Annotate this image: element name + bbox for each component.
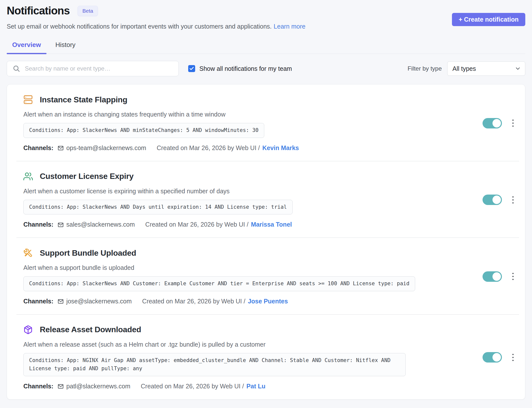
notification-title: Support Bundle Uploaded [40,248,136,258]
tab-history[interactable]: History [50,39,81,54]
mail-icon [57,222,64,228]
notification-title: Release Asset Downloaded [40,325,141,334]
channels-label: Channels: [23,144,53,152]
created-by-link[interactable]: Kevin Marks [262,144,299,152]
created-by-link[interactable]: Marissa Tonel [251,221,292,228]
package-icon [23,325,33,334]
beta-badge: Beta [78,6,98,16]
server-icon [23,95,33,104]
channel-email: ops-team@slackernews.com [66,144,146,152]
page-description: Set up email or webhook notifications fo… [7,23,525,30]
create-notification-button[interactable]: + Create notification [452,13,525,26]
notification-enabled-toggle[interactable] [483,118,502,128]
channels-label: Channels: [23,298,53,305]
notification-description: Alert when a support bundle is uploaded [23,264,475,271]
notification-channels: Channels: ops-team@slackernews.com Creat… [23,144,475,152]
search-input[interactable] [7,61,179,76]
channel-email: jose@slackernews.com [66,298,132,305]
notification-enabled-toggle[interactable] [483,271,502,282]
created-text: Created on Mar 26, 2026 by Web UI / [145,221,248,228]
notification-channels: Channels: patl@slackernews.com Created o… [23,383,475,390]
notification-description: Alert when a customer license is expirin… [23,188,475,195]
notification-description: Alert when an instance is changing state… [23,111,475,118]
notification-conditions: Conditions: App: SlackerNews AND minStat… [23,123,264,138]
notification-row-support-bundle-uploaded: Support Bundle Uploaded Alert when a sup… [7,238,525,314]
notification-description: Alert when a release asset (such as a He… [23,341,475,348]
notification-title: Customer License Expiry [40,172,133,181]
notification-title: Instance State Flapping [40,95,127,104]
type-filter-value: All types [452,65,476,72]
tab-overview[interactable]: Overview [7,39,46,54]
created-by-link[interactable]: Pat Lu [246,383,265,390]
tab-bar: Overview History [7,39,525,54]
kebab-menu-icon[interactable] [511,195,515,205]
channel-email: sales@slackernews.com [66,221,135,228]
created-by-link[interactable]: Jose Puentes [248,298,288,305]
kebab-menu-icon[interactable] [511,118,515,128]
kebab-menu-icon[interactable] [511,271,515,282]
notification-conditions: Conditions: App: NGINX Air Gap AND asset… [23,353,406,376]
page-title: Notifications [7,4,70,17]
notifications-list: Instance State Flapping Alert when an in… [7,84,525,400]
users-icon [23,172,33,181]
page-header: Notifications Beta [7,4,525,17]
chevron-down-icon [515,65,521,72]
toolbar: Show all notifications for my team Filte… [7,61,525,76]
description-text: Set up email or webhook notifications fo… [7,23,272,30]
notification-conditions: Conditions: App: SlackerNews AND Days un… [23,200,293,215]
notification-channels: Channels: jose@slackernews.com Created o… [23,298,475,305]
created-text: Created on Mar 26, 2026 by Web UI / [142,298,245,305]
notification-conditions: Conditions: App: SlackerNews AND Custome… [23,276,415,291]
channels-label: Channels: [23,221,53,228]
team-checkbox-label: Show all notifications for my team [199,65,292,72]
team-checkbox[interactable] [188,65,195,72]
team-checkbox-group[interactable]: Show all notifications for my team [188,65,292,72]
notification-row-customer-license-expiry: Customer License Expiry Alert when a cus… [7,161,525,238]
kebab-menu-icon[interactable] [511,352,515,363]
learn-more-link[interactable]: Learn more [274,23,306,30]
mail-icon [57,383,64,390]
created-text: Created on Mar 26, 2026 by Web UI / [141,383,244,390]
notification-channels: Channels: sales@slackernews.com Created … [23,221,475,228]
type-filter-select[interactable]: All types [447,61,525,76]
channels-label: Channels: [23,383,53,390]
notification-enabled-toggle[interactable] [483,352,502,363]
notification-enabled-toggle[interactable] [483,195,502,205]
created-text: Created on Mar 26, 2026 by Web UI / [157,144,260,152]
channel-email: patl@slackernews.com [66,383,130,390]
tools-icon [23,248,33,258]
mail-icon [57,298,64,305]
notifications-page: Notifications Beta + Create notification… [0,0,532,400]
notification-row-release-asset-downloaded: Release Asset Downloaded Alert when a re… [7,315,525,399]
notification-row-instance-state-flapping: Instance State Flapping Alert when an in… [7,84,525,161]
mail-icon [57,145,64,151]
search-wrap [7,61,179,76]
filter-by-type-label: Filter by type [408,65,442,72]
